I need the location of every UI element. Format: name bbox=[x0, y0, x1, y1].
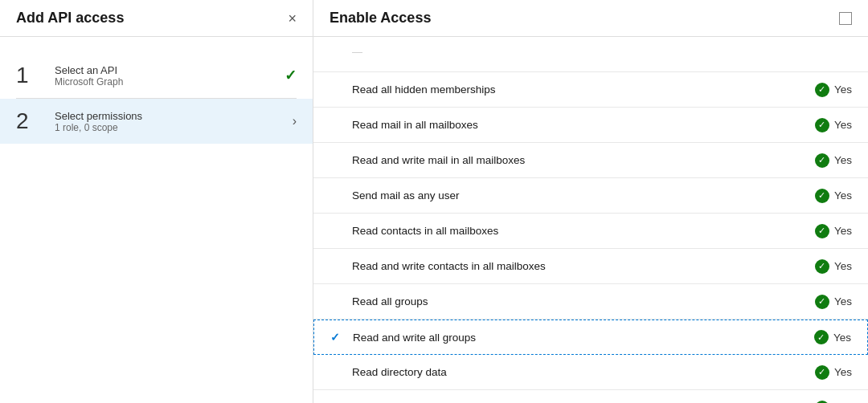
permission-checkbox-icon bbox=[330, 225, 342, 238]
step-1[interactable]: 1 Select an API Microsoft Graph ✓ bbox=[0, 53, 313, 98]
left-panel: Add API access × 1 Select an API Microso… bbox=[0, 0, 313, 403]
step-list: 1 Select an API Microsoft Graph ✓ 2 Sele… bbox=[0, 37, 313, 160]
right-panel-header: Enable Access bbox=[313, 0, 868, 37]
step-2[interactable]: 2 Select permissions 1 role, 0 scope › bbox=[0, 99, 313, 144]
partial-permission-name: — bbox=[352, 46, 852, 58]
partial-checkbox bbox=[330, 46, 342, 59]
step-1-sublabel: Microsoft Graph bbox=[55, 76, 285, 88]
permission-status: ✓Yes bbox=[815, 259, 852, 274]
admin-consent-check-icon: ✓ bbox=[815, 401, 829, 404]
left-panel-header: Add API access × bbox=[0, 0, 313, 37]
admin-consent-check-icon: ✓ bbox=[815, 83, 829, 97]
permission-name-label: Read directory data bbox=[352, 366, 815, 378]
right-panel: Enable Access — Read all hidden membersh… bbox=[313, 0, 868, 403]
admin-consent-check-icon: ✓ bbox=[815, 189, 829, 203]
permission-name-label: Read mail in all mailboxes bbox=[352, 119, 815, 131]
step-2-number: 2 bbox=[16, 108, 45, 134]
right-panel-title: Enable Access bbox=[330, 10, 431, 26]
permission-status: ✓Yes bbox=[815, 224, 852, 238]
admin-consent-label: Yes bbox=[834, 295, 852, 307]
admin-consent-check-icon: ✓ bbox=[815, 153, 829, 168]
admin-consent-check-icon: ✓ bbox=[814, 330, 829, 344]
close-button[interactable]: × bbox=[288, 11, 297, 26]
step-1-label: Select an API bbox=[55, 64, 285, 76]
admin-consent-label: Yes bbox=[834, 119, 852, 131]
permission-name-label: Read all groups bbox=[352, 295, 815, 307]
permission-row[interactable]: Read mail in all mailboxes✓Yes bbox=[313, 108, 868, 143]
permission-checkbox-icon bbox=[330, 366, 342, 379]
left-panel-title: Add API access bbox=[16, 10, 124, 26]
step-1-number: 1 bbox=[16, 63, 45, 88]
admin-consent-label: Yes bbox=[834, 260, 852, 272]
admin-consent-check-icon: ✓ bbox=[815, 224, 829, 238]
permission-status: ✓Yes bbox=[815, 153, 852, 168]
step-2-label: Select permissions bbox=[55, 110, 293, 122]
permission-checkbox-icon bbox=[330, 83, 342, 96]
permission-checkbox-icon bbox=[330, 189, 342, 202]
permission-name-label: Read contacts in all mailboxes bbox=[352, 225, 815, 237]
permission-name-label: Read all hidden memberships bbox=[352, 83, 815, 96]
permission-row[interactable]: Read and write contacts in all mailboxes… bbox=[313, 249, 868, 284]
permission-row[interactable]: Read and write directory data✓Yes bbox=[313, 390, 868, 403]
permission-checkbox-icon bbox=[330, 260, 342, 273]
admin-consent-label: Yes bbox=[833, 332, 851, 344]
admin-consent-label: Yes bbox=[834, 83, 852, 96]
step-2-sublabel: 1 role, 0 scope bbox=[55, 122, 293, 133]
permission-row[interactable]: Read all hidden memberships✓Yes bbox=[313, 72, 868, 108]
permission-status: ✓Yes bbox=[815, 83, 852, 97]
permission-status: ✓Yes bbox=[815, 401, 852, 404]
permission-row[interactable]: Read all groups✓Yes bbox=[313, 284, 868, 320]
admin-consent-check-icon: ✓ bbox=[815, 365, 829, 380]
admin-consent-label: Yes bbox=[834, 154, 852, 166]
admin-consent-label: Yes bbox=[834, 189, 852, 202]
permission-row[interactable]: ✓Read and write all groups✓Yes bbox=[313, 320, 868, 355]
admin-consent-label: Yes bbox=[834, 225, 852, 237]
admin-consent-check-icon: ✓ bbox=[815, 295, 829, 309]
step-1-checkmark: ✓ bbox=[285, 67, 297, 84]
permission-name-label: Read and write all groups bbox=[353, 332, 814, 344]
permission-row[interactable]: Read and write mail in all mailboxes✓Yes bbox=[313, 143, 868, 178]
permissions-list: — Read all hidden memberships✓YesRead ma… bbox=[313, 37, 868, 403]
permission-status: ✓Yes bbox=[815, 295, 852, 309]
admin-consent-check-icon: ✓ bbox=[815, 259, 829, 274]
step-1-text: Select an API Microsoft Graph bbox=[55, 64, 285, 88]
step-2-arrow: › bbox=[293, 114, 297, 128]
admin-consent-check-icon: ✓ bbox=[815, 118, 829, 132]
permission-checkbox-icon bbox=[330, 154, 342, 167]
permission-status: ✓Yes bbox=[815, 118, 852, 132]
permission-status: ✓Yes bbox=[814, 330, 851, 344]
permission-name-label: Send mail as any user bbox=[352, 189, 815, 202]
permission-row[interactable]: Send mail as any user✓Yes bbox=[313, 178, 868, 214]
step-2-text: Select permissions 1 role, 0 scope bbox=[55, 110, 293, 133]
permission-name-label: Read and write mail in all mailboxes bbox=[352, 154, 815, 166]
permission-status: ✓Yes bbox=[815, 365, 852, 380]
partial-row: — bbox=[313, 37, 868, 72]
permission-status: ✓Yes bbox=[815, 189, 852, 203]
permission-row[interactable]: Read directory data✓Yes bbox=[313, 355, 868, 390]
permission-checkbox-icon bbox=[330, 119, 342, 132]
permission-checkbox-icon bbox=[330, 295, 342, 308]
admin-consent-label: Yes bbox=[834, 366, 852, 378]
permission-row[interactable]: Read contacts in all mailboxes✓Yes bbox=[313, 214, 868, 249]
permission-checkbox-icon: ✓ bbox=[330, 331, 343, 344]
permission-name-label: Read and write contacts in all mailboxes bbox=[352, 260, 815, 272]
maximize-button[interactable] bbox=[839, 12, 852, 25]
